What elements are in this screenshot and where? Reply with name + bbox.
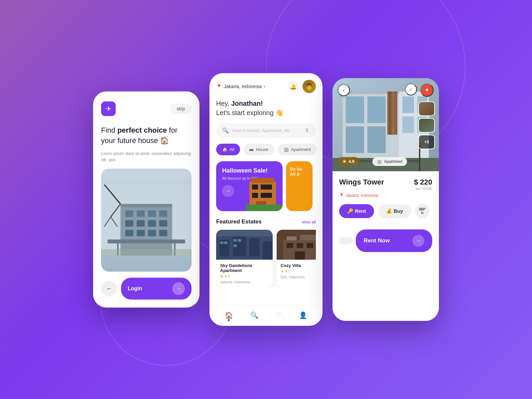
estate-card-1[interactable]: ♥ Sky D (216, 230, 273, 287)
banner-area: Halloween Sale! All discount up to 60% → (216, 161, 316, 211)
type-label: Apartment (384, 159, 402, 164)
building-image (101, 169, 192, 272)
svg-rect-7 (120, 204, 172, 207)
view360-button[interactable]: 360° ↻ (415, 204, 430, 218)
phone-home: 📍 Jakarta, Indonesia ▾ 🔔 👨 Hey, Jonathan… (209, 73, 323, 326)
svg-rect-49 (287, 243, 293, 248)
svg-rect-39 (263, 241, 273, 260)
search-input[interactable]: Search House, Apartment, etc (232, 128, 301, 133)
phones-container: ✈ skip Find perfect choice for your futu… (93, 73, 439, 326)
banner-building-image (246, 171, 283, 211)
price-unit: per month (414, 187, 432, 191)
headline-text: Find (101, 126, 117, 134)
svg-rect-18 (148, 230, 156, 236)
greeting-line2: Let's start exploring 👋 (216, 109, 316, 117)
more-photos-badge[interactable]: +3 (418, 135, 435, 149)
rating-value: 4.9 (348, 159, 354, 164)
divider (339, 224, 432, 224)
estate-body-1: Sky Dandelions Apartment ★ 4.9 Jakarta, … (216, 260, 273, 287)
svg-rect-15 (159, 220, 167, 226)
microphone-icon[interactable]: 🎙 (305, 128, 310, 134)
svg-rect-51 (307, 243, 313, 248)
thumbnail-1[interactable] (418, 101, 435, 116)
location-text: Jakarta, Indonesia (224, 84, 262, 89)
view360-icon: ↻ (421, 211, 424, 215)
property-price: $ 220 per month (414, 178, 432, 191)
featured-header: Featured Estates view all (216, 218, 316, 225)
share-button[interactable]: ↑ (405, 83, 417, 95)
nav-search[interactable]: 🔍 (250, 311, 259, 319)
svg-rect-44 (233, 244, 237, 247)
login-label: Login (128, 286, 142, 292)
nav-favorites[interactable]: ♡ (276, 311, 282, 319)
greeting: Hey, Jonathan! Let's start exploring 👋 (216, 100, 316, 117)
topbar-right: ↑ ♥ (405, 83, 434, 97)
svg-rect-47 (287, 236, 297, 240)
back-button[interactable]: ‹ (338, 84, 350, 96)
svg-rect-64 (396, 91, 397, 135)
apartment-label: Apartment (291, 147, 311, 152)
headline-part2: for (167, 126, 178, 134)
svg-rect-60 (367, 126, 386, 153)
estate-card-2[interactable]: ♥ Cozy Villa ★ 4.7 (277, 230, 316, 287)
svg-rect-42 (233, 239, 237, 242)
topbar-icons: 🔔 👨 (287, 80, 316, 93)
property-header: Wings Tower $ 220 per month (339, 178, 432, 191)
category-all[interactable]: 🏠 All (216, 144, 240, 155)
location-dot-icon: 📍 (216, 84, 222, 89)
svg-rect-8 (125, 210, 133, 217)
estate-location-2: Bali, Indonesia (281, 275, 316, 279)
svg-rect-43 (238, 239, 241, 242)
toggle-switch[interactable] (339, 237, 352, 244)
photo-thumbnails: +3 (418, 101, 435, 149)
rent-now-arrow-icon: → (412, 235, 424, 247)
chevron-down-icon: ▾ (264, 85, 265, 88)
svg-rect-10 (148, 210, 156, 217)
thumbnail-2[interactable] (418, 118, 435, 133)
buy-button[interactable]: 💰 Buy (378, 204, 411, 218)
svg-rect-58 (367, 96, 386, 123)
banner-second[interactable]: Su Va All d (286, 161, 313, 211)
nav-home[interactable]: 🏠 (225, 311, 233, 319)
svg-rect-63 (392, 91, 394, 135)
estate-rating-2: ★ 4.7 (281, 269, 316, 274)
estate-name-1: Sky Dandelions Apartment (220, 263, 269, 273)
svg-rect-48 (300, 235, 316, 240)
rent-now-button[interactable]: Rent Now → (356, 229, 432, 252)
estate-cards: ♥ Sky D (216, 230, 316, 287)
svg-rect-53 (295, 251, 305, 260)
price-value: $ 220 (414, 178, 432, 186)
category-apartment[interactable]: 🏢 Apartment (278, 144, 317, 155)
svg-rect-50 (297, 243, 303, 248)
login-button[interactable]: Login → (121, 278, 192, 300)
favorite-button[interactable]: ♥ (420, 83, 434, 97)
phone1-header: ✈ skip (101, 101, 192, 116)
svg-rect-19 (159, 230, 167, 236)
rating-badge: ★ 4.9 (338, 157, 359, 166)
view-all-link[interactable]: view all (302, 219, 316, 224)
avatar[interactable]: 👨 (303, 80, 316, 93)
svg-rect-29 (252, 193, 258, 198)
all-icon: 🏠 (222, 147, 227, 152)
svg-rect-28 (266, 185, 272, 190)
nav-profile[interactable]: 👤 (299, 311, 307, 319)
notification-button[interactable]: 🔔 (287, 80, 299, 92)
search-bar[interactable]: 🔍 Search House, Apartment, etc 🎙 (216, 123, 316, 138)
back-button[interactable]: ← (101, 281, 117, 297)
category-house[interactable]: 🏘 House (243, 144, 274, 155)
svg-rect-25 (251, 178, 274, 183)
svg-rect-33 (246, 204, 283, 211)
phone-detail: ‹ ↑ ♥ +3 ★ 4.9 🏢 Apartment (332, 78, 439, 321)
apartment-icon: 🏢 (284, 147, 289, 152)
house-icon: 🏘 (249, 147, 254, 152)
greeting-line1: Hey, Jonathan! (216, 100, 316, 107)
phone1-actions: ← Login → (101, 278, 192, 300)
skip-button[interactable]: skip (170, 103, 192, 114)
property-location: 📍 Jakarta, Indonesia (339, 193, 432, 198)
star-icon: ★ (342, 159, 346, 164)
banner-halloween[interactable]: Halloween Sale! All discount up to 60% → (216, 161, 283, 211)
location-tag[interactable]: 📍 Jakarta, Indonesia ▾ (216, 84, 265, 89)
rent-button[interactable]: 🔑 Rent (339, 204, 374, 218)
estate-rating-1: ★ 4.9 (220, 274, 269, 279)
svg-rect-14 (148, 220, 156, 226)
